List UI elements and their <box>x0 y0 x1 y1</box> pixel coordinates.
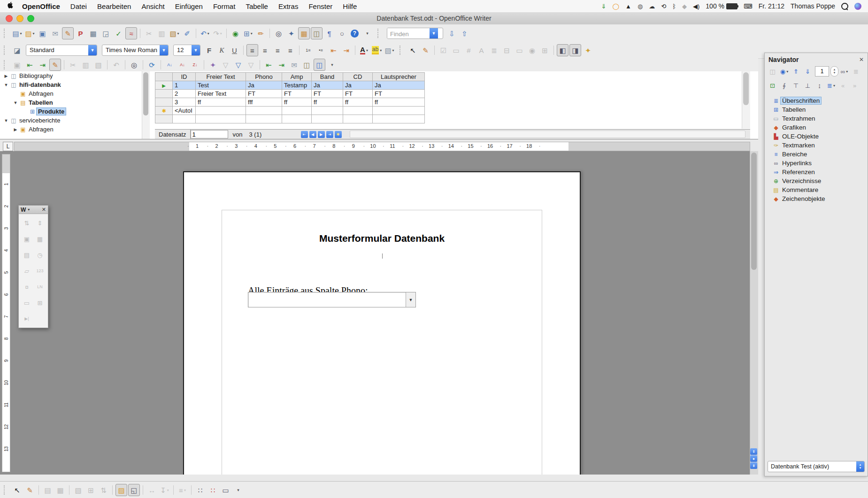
edit-file-icon[interactable]: ✎ <box>62 27 74 39</box>
document-vscrollbar-thumb[interactable] <box>751 153 757 270</box>
insert-table-dropdown[interactable]: ▾ <box>251 31 253 36</box>
design-mode-toggle-icon[interactable]: ◧ <box>557 44 568 56</box>
tab-stop-type-selector[interactable]: L <box>3 142 13 151</box>
bold-icon[interactable]: F <box>203 44 215 56</box>
navigator-item-graphics[interactable]: ◆Grafiken <box>765 123 868 132</box>
spelling-icon[interactable]: ✓ <box>113 27 124 39</box>
table-cell[interactable] <box>343 107 373 115</box>
navigation-dropdown[interactable]: ▾ <box>786 69 788 74</box>
design-mode-icon[interactable]: ✎ <box>420 44 431 56</box>
auto-spellcheck-icon[interactable]: ≈ <box>125 27 137 39</box>
align-center-icon[interactable]: ≡ <box>259 44 271 56</box>
table-cell[interactable] <box>282 115 312 123</box>
page-preview-icon[interactable]: ◲ <box>100 27 112 39</box>
navigator-item-indexes[interactable]: ⊕Verzeichnisse <box>765 176 868 185</box>
toolbar-grip[interactable] <box>377 29 382 38</box>
font-name-dropdown[interactable]: ▼ <box>160 45 168 55</box>
column-header-phono[interactable]: Phono <box>246 73 282 81</box>
table-cell[interactable]: 2 <box>173 90 196 98</box>
expand-icon[interactable]: ▶ <box>12 127 19 132</box>
design-mode-icon[interactable]: ✎ <box>24 484 36 496</box>
outline-level-dropdown[interactable]: ▾ <box>833 84 835 88</box>
menu-item-fenster[interactable]: Fenster <box>303 2 338 10</box>
keyboard-input-icon[interactable]: ⌨ <box>744 3 753 9</box>
table-cell[interactable] <box>312 107 343 115</box>
table-cell[interactable]: 1 <box>173 81 196 90</box>
tree-item-tabellen[interactable]: ▼▤Tabellen <box>0 98 142 107</box>
align-right-icon[interactable]: ≡ <box>272 44 284 56</box>
font-size-dropdown[interactable]: ▼ <box>192 45 200 55</box>
undo-dropdown[interactable]: ▾ <box>207 31 209 36</box>
outline-level-icon[interactable]: ≣▾ <box>826 80 837 91</box>
find-combo[interactable]: ▼ <box>387 28 443 39</box>
menu-item-einfgen[interactable]: Einfügen <box>170 2 208 10</box>
find-combo-dropdown[interactable]: ▼ <box>430 28 438 38</box>
open-document-icon[interactable]: ▨▾ <box>24 27 36 39</box>
navigator-item-sections[interactable]: ≡Bereiche <box>765 150 868 159</box>
table-cell[interactable] <box>373 107 425 115</box>
palette-close-icon[interactable]: ✕ <box>42 207 46 213</box>
data-to-fields-icon[interactable]: ⇥ <box>37 59 48 71</box>
table-cell[interactable] <box>312 115 343 123</box>
update-icon[interactable]: ⇓ <box>601 3 607 9</box>
numbered-list-icon[interactable]: 1≡ <box>302 44 314 56</box>
siri-icon[interactable] <box>854 3 861 10</box>
menu-item-bearbeiten[interactable]: Bearbeiten <box>92 2 137 10</box>
table-row[interactable]: 2Freier TextFTFTFTFTFT <box>155 90 425 98</box>
italic-icon[interactable]: K <box>216 44 228 56</box>
insert-data-to-text-icon[interactable]: ⇤ <box>263 59 275 71</box>
mail-merge-icon[interactable]: ✉ <box>288 59 300 71</box>
form-design-icon[interactable]: ◨ <box>569 44 581 56</box>
column-header-amp[interactable]: Amp <box>282 73 312 81</box>
background-color-icon[interactable]: ▧▾ <box>384 44 395 56</box>
refresh-icon[interactable]: ⟳ <box>146 59 158 71</box>
table-cell[interactable]: ff <box>196 98 246 107</box>
anchor-text-icon[interactable]: ↨ <box>814 80 825 91</box>
active-document-input[interactable] <box>768 463 856 470</box>
column-header-cd[interactable]: CD <box>343 73 373 81</box>
expand-icon[interactable]: ▶ <box>3 74 9 78</box>
clone-formatting-icon[interactable]: ✐ <box>181 27 193 39</box>
styles-panel-icon[interactable]: ◪ <box>11 44 23 56</box>
row-header-cell[interactable]: ✱ <box>155 107 173 115</box>
toolbar-grip[interactable] <box>399 46 404 55</box>
wifi-icon[interactable]: ◆ <box>682 3 687 9</box>
new-record-button[interactable]: ✱ <box>335 131 342 138</box>
find-record-icon[interactable]: ◎ <box>128 59 140 71</box>
navigator-item-ole-objects[interactable]: ▙OLE-Objekte <box>765 132 868 141</box>
menubar-user[interactable]: Thomas Poppe <box>791 2 835 10</box>
decrease-indent-icon[interactable]: ⇤ <box>328 44 339 56</box>
navigate-by-button[interactable]: ● <box>750 455 757 462</box>
underline-icon[interactable]: U <box>229 44 240 56</box>
table-cell[interactable]: ff <box>373 98 425 107</box>
set-reminder-icon[interactable]: ∮ <box>779 80 790 91</box>
background-color-dropdown[interactable]: ▾ <box>392 48 394 53</box>
justified-icon[interactable]: ≡ <box>284 44 296 56</box>
new-document-icon[interactable]: ▤▾ <box>11 27 23 39</box>
table-cell[interactable] <box>196 107 246 115</box>
toolbar-overflow-icon[interactable]: ▾ <box>326 59 338 71</box>
navigator-item-draw-objects[interactable]: ◆Zeichenobjekte <box>765 194 868 203</box>
collapse-icon[interactable]: ▼ <box>3 83 9 87</box>
collapse-icon[interactable]: ▼ <box>3 118 9 123</box>
snap-to-grid-icon[interactable]: ∷ <box>207 484 219 496</box>
increase-indent-icon[interactable]: ⇥ <box>340 44 352 56</box>
navigator-item-tables[interactable]: ⊞Tabellen <box>765 105 868 114</box>
column-header-id[interactable]: ID <box>173 73 196 81</box>
paragraph-style-dropdown[interactable]: ▼ <box>88 45 97 55</box>
next-record-button[interactable]: ▶ <box>318 131 325 138</box>
data-sources-icon[interactable]: ◫ <box>311 27 323 39</box>
insert-table-icon[interactable]: ⊞▾ <box>242 27 254 39</box>
tree-item-hifidatenbank[interactable]: ▼◫hifi-datenbank <box>0 80 142 89</box>
next-page-icon[interactable]: ⇓ <box>802 66 813 77</box>
menubar-clock[interactable]: Fr. 21:12 <box>759 2 784 10</box>
table-cell[interactable]: FT <box>282 90 312 98</box>
tree-item-abfragen[interactable]: ▶▣Abfragen <box>0 125 142 134</box>
content-view-icon[interactable]: ⊡ <box>767 80 778 91</box>
table-cell[interactable]: FT <box>373 90 425 98</box>
standard-filter-icon[interactable]: ▽ <box>232 59 244 71</box>
navigator-item-headings[interactable]: ≣Überschriften <box>765 96 868 105</box>
table-cell[interactable]: <AutoI <box>173 107 196 115</box>
zoom-icon[interactable]: ○ <box>336 27 348 39</box>
find-input[interactable] <box>387 28 430 38</box>
